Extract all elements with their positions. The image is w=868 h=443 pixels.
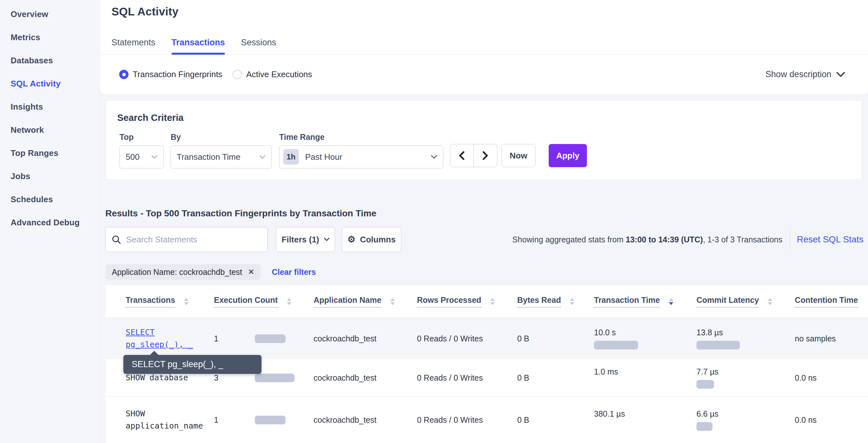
filter-chip-application-name[interactable]: Application Name: cockroachdb_test ✕ xyxy=(105,264,261,280)
sort-caret-icon[interactable] xyxy=(490,298,495,305)
show-description-toggle[interactable]: Show description xyxy=(765,55,845,94)
by-select-value: Transaction Time xyxy=(177,152,240,162)
stats-prefix: Showing aggregated stats from xyxy=(513,235,626,244)
radio-active-executions[interactable]: Active Executions xyxy=(232,69,312,80)
close-icon[interactable]: ✕ xyxy=(248,268,254,276)
tab-statements[interactable]: Statements xyxy=(112,31,155,54)
column-label[interactable]: Transaction Time xyxy=(594,295,660,308)
time-range-field: Time Range 1h Past Hour xyxy=(279,132,443,169)
application-name-value: cockroachdb_test xyxy=(313,415,417,425)
transaction-fingerprint-link[interactable]: SHOW database xyxy=(126,373,188,382)
sidebar-item-databases[interactable]: Databases xyxy=(0,49,99,72)
main-content: SQL Activity Statements Transactions Ses… xyxy=(100,0,868,443)
column-header-execution-count[interactable]: Execution Count xyxy=(214,295,313,308)
column-label[interactable]: Commit Latency xyxy=(696,295,759,308)
table-row[interactable]: SELECT pg_sleep(_), _ 1 cockroachdb_test… xyxy=(105,318,868,359)
db-console-app: Overview Metrics Databases SQL Activity … xyxy=(0,0,868,443)
column-label[interactable]: Execution Count xyxy=(214,295,278,308)
execution-count-value: 1 xyxy=(214,334,255,343)
search-input[interactable] xyxy=(126,235,261,245)
commit-latency-value: 6.6 µs xyxy=(696,409,795,419)
table-header-row: Transactions Execution Count Application… xyxy=(105,285,868,318)
reset-sql-stats-link[interactable]: Reset SQL Stats xyxy=(797,234,864,245)
active-filters-row: Application Name: cockroachdb_test ✕ Cle… xyxy=(105,264,316,280)
column-header-application-name[interactable]: Application Name xyxy=(313,295,417,308)
column-label[interactable]: Transactions xyxy=(126,295,175,308)
column-header-rows-processed[interactable]: Rows Processed xyxy=(417,295,517,308)
sort-caret-icon[interactable] xyxy=(768,298,772,305)
top-label: Top xyxy=(120,132,164,142)
stats-suffix: , 1-3 of 3 Transactions xyxy=(703,235,782,244)
sidebar: Overview Metrics Databases SQL Activity … xyxy=(0,0,100,443)
filter-chip-label: Application Name: cockroachdb_test xyxy=(112,267,242,277)
sort-caret-icon[interactable] xyxy=(287,298,291,305)
sort-caret-icon[interactable] xyxy=(184,298,189,305)
sidebar-item-top-ranges[interactable]: Top Ranges xyxy=(0,142,99,165)
sort-caret-icon[interactable] xyxy=(570,298,575,305)
search-box xyxy=(105,227,268,252)
column-header-contention-time[interactable]: Contention Time xyxy=(795,295,868,308)
chevron-right-icon xyxy=(483,151,488,160)
time-range-badge: 1h xyxy=(283,149,299,165)
aggregated-stats-text: Showing aggregated stats from 13:00 to 1… xyxy=(513,235,782,244)
previous-range-button[interactable] xyxy=(451,144,474,167)
clear-filters-link[interactable]: Clear filters xyxy=(272,267,316,277)
transaction-fingerprint-link[interactable]: SELECT pg_sleep(_), _ xyxy=(126,328,193,349)
next-range-button[interactable] xyxy=(474,144,497,167)
column-label[interactable]: Application Name xyxy=(313,295,381,308)
transaction-fingerprint-link[interactable]: SHOW application_name xyxy=(126,409,203,431)
commit-latency-bar xyxy=(696,341,740,350)
results-toolbar: Filters (1) ⚙ Columns Showing aggregated… xyxy=(105,227,864,252)
column-label[interactable]: Contention Time xyxy=(795,295,858,308)
search-icon xyxy=(112,235,121,244)
commit-latency-value: 13.8 µs xyxy=(696,328,795,337)
top-select[interactable]: 500 xyxy=(120,145,164,169)
execution-count-value: 3 xyxy=(214,373,255,383)
results-heading: Results - Top 500 Transaction Fingerprin… xyxy=(105,208,376,218)
sidebar-item-insights[interactable]: Insights xyxy=(0,95,99,118)
column-header-commit-latency[interactable]: Commit Latency xyxy=(696,295,795,308)
show-description-label: Show description xyxy=(765,69,831,80)
tooltip-text: SELECT pg_sleep(_), _ xyxy=(132,359,223,370)
sidebar-item-schedules[interactable]: Schedules xyxy=(0,188,99,211)
bytes-read-value: 0 B xyxy=(517,334,594,343)
now-button[interactable]: Now xyxy=(501,144,535,167)
sidebar-item-network[interactable]: Network xyxy=(0,118,99,142)
radio-label: Transaction Fingerprints xyxy=(133,69,222,80)
time-range-value: Past Hour xyxy=(305,152,342,162)
column-label[interactable]: Bytes Read xyxy=(517,295,561,308)
tab-bar: Statements Transactions Sessions xyxy=(100,31,868,55)
column-header-transactions[interactable]: Transactions xyxy=(105,295,214,308)
application-name-value: cockroachdb_test xyxy=(313,334,417,343)
sidebar-item-advanced-debug[interactable]: Advanced Debug xyxy=(0,211,99,234)
sort-caret-icon[interactable] xyxy=(390,298,395,305)
column-header-transaction-time[interactable]: Transaction Time xyxy=(594,295,696,308)
apply-button[interactable]: Apply xyxy=(549,144,587,167)
radio-transaction-fingerprints[interactable]: Transaction Fingerprints xyxy=(119,69,222,80)
commit-latency-bar xyxy=(696,422,713,431)
columns-button[interactable]: ⚙ Columns xyxy=(342,227,401,252)
radio-selected-icon xyxy=(119,70,128,79)
by-field: By Transaction Time xyxy=(170,132,272,169)
filters-button[interactable]: Filters (1) xyxy=(276,227,335,252)
chevron-down-icon xyxy=(837,72,845,77)
tab-transactions[interactable]: Transactions xyxy=(172,31,225,54)
sidebar-item-metrics[interactable]: Metrics xyxy=(0,26,99,49)
by-select[interactable]: Transaction Time xyxy=(170,145,272,169)
sidebar-item-overview[interactable]: Overview xyxy=(0,3,99,26)
sort-caret-icon-active[interactable] xyxy=(669,298,673,305)
table-row[interactable]: SHOW application_name 1 cockroachdb_test… xyxy=(105,397,868,443)
column-header-bytes-read[interactable]: Bytes Read xyxy=(517,295,594,308)
chevron-down-icon xyxy=(324,238,330,241)
time-range-select[interactable]: 1h Past Hour xyxy=(279,145,443,169)
commit-latency-bar xyxy=(696,380,714,389)
sidebar-item-jobs[interactable]: Jobs xyxy=(0,165,99,188)
rows-processed-value: 0 Reads / 0 Writes xyxy=(417,373,517,383)
execution-count-bar xyxy=(255,374,294,382)
column-label[interactable]: Rows Processed xyxy=(417,295,481,308)
tab-sessions[interactable]: Sessions xyxy=(241,31,276,54)
sidebar-item-sql-activity[interactable]: SQL Activity xyxy=(0,72,99,95)
execution-count-bar xyxy=(255,334,286,343)
transaction-time-value: 1.0 ms xyxy=(594,367,696,377)
rows-processed-value: 0 Reads / 0 Writes xyxy=(417,334,517,343)
